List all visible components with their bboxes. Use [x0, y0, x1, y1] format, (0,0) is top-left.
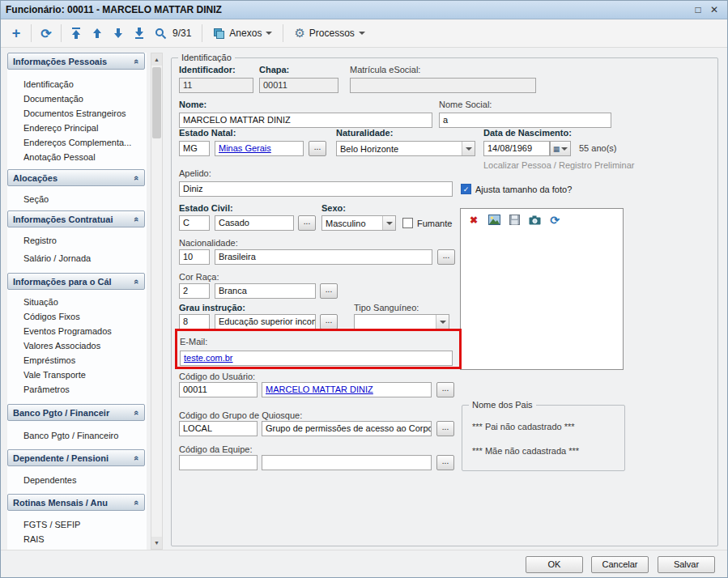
- cancel-button[interactable]: Cancelar: [591, 556, 649, 573]
- save-button[interactable]: Salvar: [658, 556, 715, 573]
- next-record-button[interactable]: [108, 23, 129, 44]
- open-image-button[interactable]: [487, 214, 500, 226]
- sidebar-item-registro[interactable]: Registro: [23, 233, 145, 248]
- nome-field[interactable]: MARCELO MATTAR DINIZ: [179, 113, 432, 128]
- last-record-button[interactable]: [129, 23, 150, 44]
- grau-instrucao-value-field[interactable]: Educação superior incom: [215, 314, 316, 329]
- codigo-equipe-code-field[interactable]: [179, 455, 258, 470]
- codigo-usuario-value-field[interactable]: MARCELO MATTAR DINIZ: [262, 382, 432, 397]
- identificador-field[interactable]: 11: [179, 78, 253, 93]
- cor-raca-code-field[interactable]: 2: [179, 283, 210, 299]
- sidebar-item-documentos-estrangeiros[interactable]: Documentos Estrangeiros: [23, 106, 145, 121]
- previous-record-button[interactable]: [87, 23, 108, 44]
- email-field[interactable]: teste.com.br: [180, 351, 453, 366]
- estado-natal-value-field[interactable]: Minas Gerais: [215, 141, 304, 156]
- sidebar-item-parametros[interactable]: Parâmetros: [23, 382, 145, 397]
- sidebar-item-situacao[interactable]: Situação: [23, 295, 145, 309]
- cor-raca-value-field[interactable]: Branca: [215, 283, 316, 299]
- scroll-down-icon: ▼: [154, 540, 160, 546]
- apelido-field[interactable]: Diniz: [179, 181, 453, 197]
- sidebar-item-eventos-programados[interactable]: Eventos Programados: [23, 324, 145, 338]
- fumante-checkbox[interactable]: Fumante: [402, 218, 452, 228]
- sidebar-item-anotacao-pessoal[interactable]: Anotação Pessoal: [23, 150, 145, 164]
- estado-civil-lookup-button[interactable]: ...: [298, 215, 316, 231]
- search-icon: [155, 28, 167, 40]
- save-photo-button[interactable]: [508, 214, 521, 226]
- sidebar-section-rotinas-mensais-anuais[interactable]: Rotinas Mensais / Anu «: [7, 494, 145, 511]
- sidebar-section-informacoes-para-o-calculo[interactable]: Informações para o Cál «: [7, 273, 145, 290]
- codigo-equipe-value-field[interactable]: [262, 455, 432, 470]
- maximize-button[interactable]: □: [690, 2, 706, 17]
- codigo-usuario-lookup-button[interactable]: ...: [436, 382, 454, 397]
- codigo-equipe-lookup-button[interactable]: ...: [436, 455, 454, 470]
- sidebar-item-fgts-sefip[interactable]: FGTS / SEFIP: [23, 517, 145, 532]
- sidebar-item-endereco-principal[interactable]: Endereço Principal: [23, 121, 145, 135]
- delete-photo-button[interactable]: ✖: [467, 214, 480, 226]
- estado-natal-lookup-button[interactable]: ...: [309, 141, 326, 156]
- nacionalidade-code-field[interactable]: 10: [179, 249, 210, 265]
- processos-menu-button[interactable]: ⚙ Processos: [287, 23, 371, 44]
- nome-dos-pais-title: Nome dos Pais: [469, 400, 536, 410]
- scroll-up-button[interactable]: ▲: [151, 53, 162, 66]
- sidebar-item-emprestimos[interactable]: Empréstimos: [23, 353, 145, 368]
- grau-instrucao-code-field[interactable]: 8: [179, 314, 210, 329]
- add-record-button[interactable]: +: [6, 23, 27, 44]
- sidebar-item-banco-pgto-financeiro[interactable]: Banco Pgto / Financeiro: [23, 428, 145, 443]
- matricula-esocial-label: Matrícula eSocial:: [350, 65, 420, 74]
- close-button[interactable]: ✕: [706, 2, 722, 17]
- codigo-usuario-label: Código do Usuário:: [179, 372, 255, 381]
- codigo-usuario-code-field[interactable]: 00011: [179, 382, 258, 397]
- codigo-grupo-quiosque-lookup-button[interactable]: ...: [436, 421, 454, 436]
- nome-social-field[interactable]: a: [439, 113, 611, 128]
- sidebar-section-banco-pgto-financeiro[interactable]: Banco Pgto / Financeir «: [7, 404, 145, 421]
- chevron-down-icon: [440, 321, 446, 324]
- sidebar-item-codigos-fixos[interactable]: Códigos Fixos: [23, 309, 145, 324]
- anexos-menu-button[interactable]: Anexos: [206, 23, 279, 44]
- sidebar-item-rais[interactable]: RAIS: [23, 532, 145, 546]
- sidebar-item-vale-transporte[interactable]: Vale Transporte: [23, 368, 145, 382]
- sidebar-item-documentacao[interactable]: Documentação: [23, 91, 145, 106]
- localizar-pessoa-link[interactable]: Localizar Pessoa / Registro Preliminar: [483, 160, 634, 170]
- chapa-field[interactable]: 00011: [259, 78, 338, 93]
- sidebar-section-alocacoes[interactable]: Alocações «: [7, 169, 145, 186]
- sidebar-item-secao[interactable]: Seção: [23, 192, 145, 206]
- sidebar-section-informacoes-pessoais[interactable]: Informações Pessoais «: [7, 53, 145, 70]
- nacionalidade-value-field[interactable]: Brasileira: [215, 249, 432, 265]
- sidebar-section-informacoes-contratuais[interactable]: Informações Contratuai «: [7, 210, 145, 227]
- matricula-esocial-field[interactable]: [350, 78, 536, 93]
- scrollbar-thumb[interactable]: [152, 67, 161, 138]
- reload-photo-button[interactable]: ⟳: [548, 214, 561, 226]
- sidebar-item-valores-associados[interactable]: Valores Associados: [23, 338, 145, 353]
- grau-instrucao-lookup-button[interactable]: ...: [320, 314, 338, 329]
- sidebar-item-identificacao[interactable]: Identificação: [23, 77, 145, 91]
- codigo-grupo-quiosque-value-field[interactable]: Grupo de permissões de acesso ao Corpore…: [262, 421, 432, 436]
- scroll-down-button[interactable]: ▼: [151, 537, 162, 549]
- cor-raca-label: Cor Raça:: [179, 272, 219, 282]
- sidebar-scrollbar[interactable]: ▲ ▼: [151, 53, 163, 550]
- save-icon: [509, 215, 520, 225]
- tipo-sanguineo-combobox[interactable]: [354, 314, 449, 329]
- nacionalidade-lookup-button[interactable]: ...: [437, 249, 455, 265]
- refresh-button[interactable]: ⟳: [36, 23, 57, 44]
- sidebar-item-salario-jornada[interactable]: Salário / Jornada: [23, 251, 145, 266]
- sidebar-section-dependente-pensionista[interactable]: Dependente / Pensioni «: [7, 449, 145, 466]
- estado-civil-value-field[interactable]: Casado: [215, 215, 294, 231]
- ok-button[interactable]: OK: [526, 556, 583, 573]
- sidebar-item-dependentes[interactable]: Dependentes: [23, 473, 145, 487]
- calendar-button[interactable]: ▦: [550, 141, 571, 156]
- codigo-grupo-quiosque-code-field[interactable]: LOCAL: [179, 421, 258, 436]
- plus-icon: +: [12, 26, 21, 40]
- cor-raca-lookup-button[interactable]: ...: [320, 283, 338, 299]
- naturalidade-combobox[interactable]: Belo Horizonte: [336, 141, 475, 156]
- first-record-button[interactable]: [66, 23, 87, 44]
- estado-civil-code-field[interactable]: C: [179, 215, 210, 231]
- capture-photo-button[interactable]: [528, 214, 541, 226]
- sidebar-item-enderecos-complementares[interactable]: Endereços Complementa...: [23, 135, 145, 150]
- estado-natal-code-field[interactable]: MG: [179, 141, 210, 156]
- data-nascimento-field[interactable]: 14/08/1969: [483, 141, 550, 156]
- ajusta-foto-checkbox[interactable]: ✓ Ajusta tamanho da foto?: [461, 184, 572, 194]
- sexo-combobox[interactable]: Masculino: [321, 215, 396, 231]
- checkbox-checked-icon: ✓: [461, 184, 471, 194]
- toolbar: + ⟳ 9/31 Anexos ⚙ Proce: [1, 19, 727, 48]
- search-button[interactable]: [150, 23, 171, 44]
